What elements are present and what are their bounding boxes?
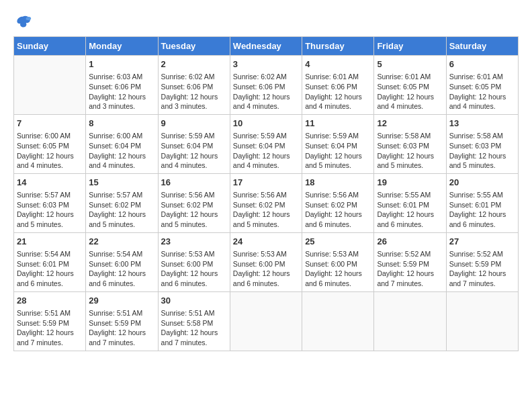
calendar-cell: 1Sunrise: 6:03 AMSunset: 6:06 PMDaylight… xyxy=(86,56,158,115)
calendar-week-3: 14Sunrise: 5:57 AMSunset: 6:03 PMDayligh… xyxy=(14,173,519,232)
day-info-line: Sunrise: 6:02 AM xyxy=(233,72,299,82)
day-info-line: Daylight: 12 hours xyxy=(449,92,515,102)
day-info-line: Sunset: 5:59 PM xyxy=(89,318,154,328)
day-number: 12 xyxy=(377,118,443,130)
day-info-line: and 5 minutes. xyxy=(17,220,83,230)
calendar-cell: 3Sunrise: 6:02 AMSunset: 6:06 PMDaylight… xyxy=(230,56,302,115)
calendar-cell: 29Sunrise: 5:51 AMSunset: 5:59 PMDayligh… xyxy=(86,291,158,351)
calendar-cell: 19Sunrise: 5:55 AMSunset: 6:01 PMDayligh… xyxy=(374,173,446,232)
day-info-line: and 4 minutes. xyxy=(449,101,515,111)
day-info-line: Sunrise: 6:01 AM xyxy=(449,72,515,82)
day-info-line: and 7 minutes. xyxy=(161,338,227,348)
day-info-line: Sunrise: 6:02 AM xyxy=(161,72,227,82)
calendar-cell: 6Sunrise: 6:01 AMSunset: 6:05 PMDaylight… xyxy=(446,56,518,115)
day-info-line: and 4 minutes. xyxy=(17,161,83,171)
calendar-cell: 23Sunrise: 5:53 AMSunset: 6:00 PMDayligh… xyxy=(158,232,230,291)
day-info-line: Daylight: 12 hours xyxy=(305,92,371,102)
day-info-line: Sunrise: 5:57 AM xyxy=(17,190,83,200)
calendar-table: SundayMondayTuesdayWednesdayThursdayFrid… xyxy=(13,36,519,351)
weekday-header-wednesday: Wednesday xyxy=(230,37,302,56)
day-info-line: and 4 minutes. xyxy=(89,161,154,171)
day-info-line: Sunrise: 5:51 AM xyxy=(17,308,83,318)
day-number: 1 xyxy=(89,58,154,71)
calendar-cell: 5Sunrise: 6:01 AMSunset: 6:05 PMDaylight… xyxy=(374,56,446,115)
calendar-cell xyxy=(446,291,518,351)
day-info-line: Sunset: 6:01 PM xyxy=(449,200,515,210)
day-info-line: and 4 minutes. xyxy=(233,161,299,171)
day-info-line: and 3 minutes. xyxy=(161,101,227,111)
day-number: 29 xyxy=(89,295,154,307)
day-number: 6 xyxy=(449,58,515,71)
day-info-line: Sunrise: 6:01 AM xyxy=(377,72,443,82)
day-info-line: Sunset: 6:05 PM xyxy=(377,82,443,92)
day-info-line: Daylight: 12 hours xyxy=(17,210,83,220)
calendar-cell: 14Sunrise: 5:57 AMSunset: 6:03 PMDayligh… xyxy=(14,173,86,232)
day-number: 17 xyxy=(233,177,299,189)
day-info-line: Sunset: 6:02 PM xyxy=(233,200,299,210)
calendar-cell: 16Sunrise: 5:56 AMSunset: 6:02 PMDayligh… xyxy=(158,173,230,232)
day-info-line: Daylight: 12 hours xyxy=(17,269,83,279)
day-info-line: Sunrise: 5:56 AM xyxy=(161,190,227,200)
day-info-line: Sunrise: 5:53 AM xyxy=(305,249,371,259)
day-info-line: Sunset: 6:06 PM xyxy=(233,82,299,92)
calendar-cell xyxy=(14,56,86,115)
calendar-week-5: 28Sunrise: 5:51 AMSunset: 5:59 PMDayligh… xyxy=(14,291,519,351)
calendar-cell: 2Sunrise: 6:02 AMSunset: 6:06 PMDaylight… xyxy=(158,56,230,115)
day-info-line: Sunrise: 5:55 AM xyxy=(449,190,515,200)
day-info-line: Sunrise: 6:00 AM xyxy=(17,131,83,141)
calendar-cell: 17Sunrise: 5:56 AMSunset: 6:02 PMDayligh… xyxy=(230,173,302,232)
day-info-line: and 6 minutes. xyxy=(449,220,515,230)
day-number: 13 xyxy=(449,118,515,130)
day-info-line: Daylight: 12 hours xyxy=(233,151,299,161)
page-header xyxy=(13,13,519,32)
day-info-line: Daylight: 12 hours xyxy=(377,151,443,161)
day-info-line: Daylight: 12 hours xyxy=(89,328,154,338)
day-info-line: and 7 minutes. xyxy=(17,338,83,348)
day-info-line: Sunset: 6:01 PM xyxy=(17,259,83,269)
day-info-line: Sunset: 6:03 PM xyxy=(449,141,515,151)
day-info-line: Daylight: 12 hours xyxy=(233,92,299,102)
day-info-line: Sunset: 6:00 PM xyxy=(305,259,371,269)
day-number: 18 xyxy=(305,177,371,189)
calendar-cell xyxy=(374,291,446,351)
day-info-line: Sunrise: 5:52 AM xyxy=(449,249,515,259)
day-info-line: Sunset: 6:03 PM xyxy=(377,141,443,151)
day-info-line: Sunset: 6:03 PM xyxy=(17,200,83,210)
day-info-line: and 4 minutes. xyxy=(305,101,371,111)
day-info-line: and 3 minutes. xyxy=(89,101,154,111)
day-info-line: Sunrise: 5:53 AM xyxy=(161,249,227,259)
day-info-line: Sunset: 6:06 PM xyxy=(305,82,371,92)
calendar-cell: 4Sunrise: 6:01 AMSunset: 6:06 PMDaylight… xyxy=(302,56,374,115)
weekday-header-sunday: Sunday xyxy=(14,37,86,56)
day-info-line: Sunset: 5:59 PM xyxy=(377,259,443,269)
calendar-cell: 24Sunrise: 5:53 AMSunset: 6:00 PMDayligh… xyxy=(230,232,302,291)
day-info-line: Daylight: 12 hours xyxy=(449,151,515,161)
day-info-line: Sunset: 6:00 PM xyxy=(89,259,154,269)
day-info-line: and 4 minutes. xyxy=(377,101,443,111)
day-info-line: Daylight: 12 hours xyxy=(305,269,371,279)
day-number: 30 xyxy=(161,295,227,307)
calendar-cell: 12Sunrise: 5:58 AMSunset: 6:03 PMDayligh… xyxy=(374,114,446,173)
day-number: 19 xyxy=(377,177,443,189)
day-info-line: Sunrise: 5:55 AM xyxy=(377,190,443,200)
logo-icon xyxy=(13,13,32,32)
day-info-line: Daylight: 12 hours xyxy=(161,92,227,102)
day-info-line: and 4 minutes. xyxy=(233,101,299,111)
day-number: 15 xyxy=(89,177,154,189)
day-info-line: and 5 minutes. xyxy=(89,220,154,230)
day-info-line: and 6 minutes. xyxy=(233,279,299,289)
calendar-header-row: SundayMondayTuesdayWednesdayThursdayFrid… xyxy=(14,37,519,56)
day-info-line: and 7 minutes. xyxy=(377,279,443,289)
day-info-line: and 6 minutes. xyxy=(377,220,443,230)
day-number: 23 xyxy=(161,236,227,248)
calendar-cell: 27Sunrise: 5:52 AMSunset: 5:59 PMDayligh… xyxy=(446,232,518,291)
day-info-line: Sunrise: 5:59 AM xyxy=(161,131,227,141)
calendar-cell: 25Sunrise: 5:53 AMSunset: 6:00 PMDayligh… xyxy=(302,232,374,291)
day-number: 21 xyxy=(17,236,83,248)
day-number: 3 xyxy=(233,58,299,71)
day-info-line: Sunrise: 5:57 AM xyxy=(89,190,154,200)
calendar-cell xyxy=(230,291,302,351)
weekday-header-friday: Friday xyxy=(374,37,446,56)
day-info-line: Sunrise: 5:59 AM xyxy=(233,131,299,141)
day-info-line: Sunset: 6:00 PM xyxy=(161,259,227,269)
